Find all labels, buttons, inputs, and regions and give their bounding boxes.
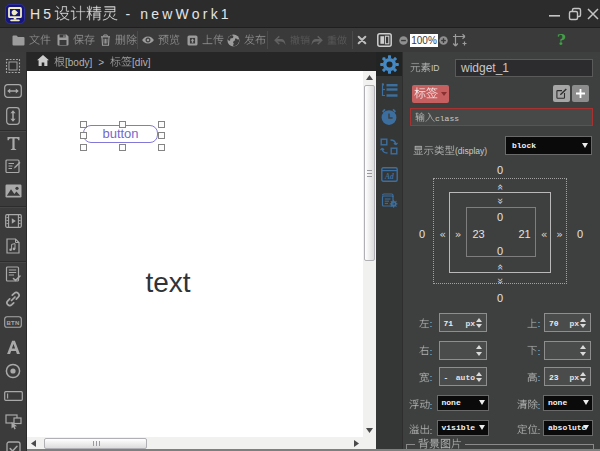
tab-settings[interactable] bbox=[376, 52, 402, 76]
toolbar-button-publish[interactable] bbox=[227, 28, 266, 52]
add-class-button[interactable] bbox=[572, 85, 589, 102]
tool-height[interactable] bbox=[0, 105, 26, 127]
selection-handle[interactable] bbox=[80, 121, 87, 128]
scroll-up-arrow[interactable] bbox=[366, 75, 373, 80]
restore-button[interactable] bbox=[567, 6, 583, 22]
canvas-resize-button[interactable] bbox=[452, 28, 468, 52]
field-stepper-3[interactable] bbox=[579, 342, 589, 359]
vertical-scroll-thumb[interactable] bbox=[364, 85, 375, 261]
toolbar-button-device[interactable] bbox=[377, 28, 392, 52]
tool-input[interactable] bbox=[0, 385, 26, 407]
toolbar-button-preview[interactable] bbox=[142, 28, 180, 52]
tab-tree[interactable] bbox=[376, 78, 402, 102]
selection-handle[interactable] bbox=[119, 121, 126, 128]
selection-handle[interactable] bbox=[80, 132, 87, 139]
tag-dropdown-button[interactable] bbox=[412, 85, 449, 103]
padding-bottom-stepper[interactable]: « bbox=[494, 264, 507, 271]
stepper-down-arrow[interactable] bbox=[580, 324, 586, 328]
help-button[interactable]: ? bbox=[557, 31, 566, 49]
edit-class-button[interactable] bbox=[553, 85, 570, 102]
field-value-1: 70 bbox=[549, 319, 559, 328]
field-select-7[interactable]: none bbox=[543, 395, 593, 411]
zoom-in-button[interactable] bbox=[439, 28, 448, 52]
margin-right-stepper[interactable]: » bbox=[556, 227, 563, 240]
element-id-input[interactable]: widget_1 bbox=[455, 59, 593, 77]
tool-list[interactable] bbox=[0, 263, 26, 285]
tool-image[interactable] bbox=[0, 180, 26, 202]
margin-bottom-stepper[interactable]: » bbox=[494, 278, 507, 285]
tool-form[interactable] bbox=[0, 155, 26, 177]
selection-handle[interactable] bbox=[158, 132, 165, 139]
toolbar-button-close-edit[interactable] bbox=[357, 28, 367, 52]
tool-link[interactable] bbox=[0, 288, 26, 310]
stepper-up-arrow[interactable] bbox=[580, 372, 586, 376]
stepper-down-arrow[interactable] bbox=[580, 352, 586, 356]
stepper-up-arrow[interactable] bbox=[580, 318, 586, 322]
app-logo-icon bbox=[5, 4, 25, 24]
tab-transition[interactable] bbox=[376, 134, 402, 158]
field-unit-5: px bbox=[569, 373, 579, 382]
toolbar-button-redo[interactable] bbox=[311, 28, 347, 52]
tool-radio[interactable] bbox=[0, 360, 26, 382]
padding-right-stepper[interactable]: « bbox=[541, 227, 548, 240]
field-label-7: : bbox=[403, 399, 540, 411]
selection-handle[interactable] bbox=[158, 121, 165, 128]
toolbar-button-undo[interactable] bbox=[274, 28, 310, 52]
minimize-button[interactable] bbox=[547, 6, 563, 22]
image-icon bbox=[5, 184, 22, 198]
class-input[interactable]: class bbox=[410, 108, 593, 126]
padding-left-stepper[interactable]: » bbox=[455, 227, 462, 240]
toolbar-button-file[interactable] bbox=[12, 28, 51, 52]
selection-handle[interactable] bbox=[158, 144, 165, 151]
content-left-value: 23 bbox=[472, 228, 484, 240]
tool-text[interactable] bbox=[0, 132, 26, 154]
zoom-value[interactable]: 100% bbox=[410, 34, 438, 47]
tab-page[interactable] bbox=[376, 188, 402, 212]
tool-button[interactable]: BTN bbox=[0, 311, 26, 333]
canvas-text-widget[interactable]: text bbox=[146, 267, 191, 299]
scroll-left-arrow[interactable] bbox=[31, 440, 36, 447]
tool-width[interactable] bbox=[0, 80, 26, 102]
home-icon[interactable] bbox=[37, 55, 49, 68]
selection-handle[interactable] bbox=[119, 144, 126, 151]
tab-animation[interactable] bbox=[376, 105, 402, 129]
stepper-up-arrow[interactable] bbox=[580, 345, 586, 349]
scroll-down-arrow[interactable] bbox=[366, 428, 373, 433]
margin-left-value: 0 bbox=[419, 228, 425, 240]
field-stepper-1[interactable] bbox=[579, 314, 589, 331]
canvas-button-widget[interactable]: button bbox=[83, 125, 158, 143]
close-button[interactable] bbox=[585, 6, 600, 22]
selection-handle[interactable] bbox=[80, 144, 87, 151]
tool-video[interactable] bbox=[0, 210, 26, 232]
vertical-scrollbar[interactable] bbox=[363, 71, 376, 437]
field-input-3[interactable] bbox=[544, 341, 591, 360]
field-input-5[interactable]: 23px bbox=[544, 367, 591, 386]
margin-top-stepper[interactable]: « bbox=[494, 183, 507, 190]
design-canvas[interactable]: button text bbox=[27, 71, 363, 437]
radio-icon bbox=[5, 363, 21, 379]
padding-top-stepper[interactable]: » bbox=[494, 197, 507, 204]
toolbar-button-delete[interactable] bbox=[100, 28, 137, 52]
left-tool-sidebar: BTN bbox=[0, 52, 27, 451]
tool-container[interactable] bbox=[0, 55, 26, 77]
field-input-1[interactable]: 70px bbox=[544, 313, 591, 332]
display-select[interactable]: block bbox=[505, 136, 592, 155]
display-label: (display) bbox=[413, 144, 487, 156]
toolbar-button-save[interactable] bbox=[57, 28, 95, 52]
field-stepper-5[interactable] bbox=[579, 368, 589, 385]
field-select-9[interactable]: absolute bbox=[543, 420, 593, 436]
horizontal-scroll-thumb[interactable] bbox=[44, 438, 147, 449]
stepper-down-arrow[interactable] bbox=[580, 378, 586, 382]
margin-left-stepper[interactable]: « bbox=[439, 227, 446, 240]
toolbar-button-upload[interactable] bbox=[187, 28, 224, 52]
tool-checkbox[interactable] bbox=[0, 437, 26, 451]
tool-audio[interactable] bbox=[0, 235, 26, 257]
zoom-out-button[interactable] bbox=[399, 28, 408, 52]
breadcrumb-root[interactable]: [body] bbox=[54, 56, 92, 68]
tool-window[interactable] bbox=[0, 411, 26, 433]
scroll-right-arrow[interactable] bbox=[354, 440, 359, 447]
breadcrumb-current[interactable]: [div] bbox=[110, 56, 150, 68]
tool-font[interactable] bbox=[0, 336, 26, 358]
toolbar-label-save bbox=[73, 34, 95, 46]
tab-widgets[interactable]: Ad bbox=[376, 162, 402, 186]
